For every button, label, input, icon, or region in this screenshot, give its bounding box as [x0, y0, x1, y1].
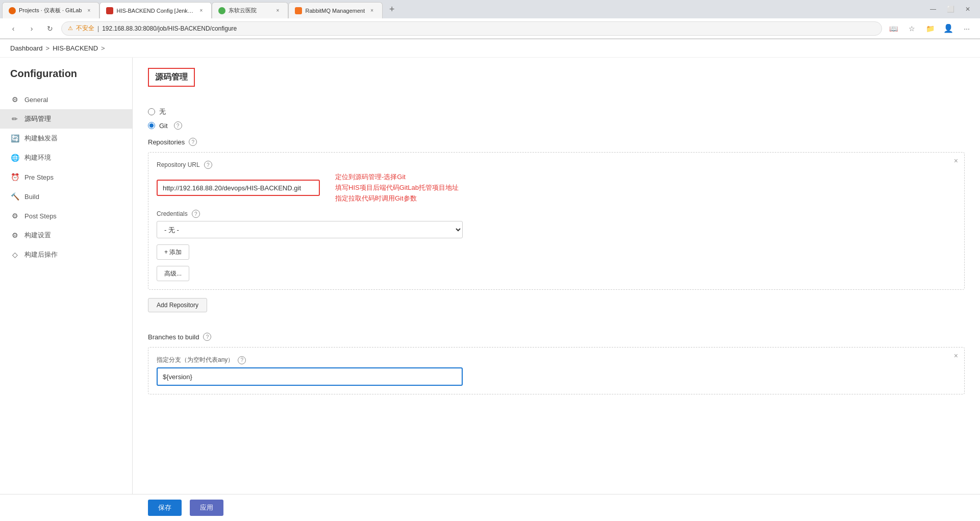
triggers-icon: 🔄 — [10, 134, 19, 143]
credentials-row: - 无 - — [157, 221, 956, 238]
hospital-favicon — [218, 7, 225, 14]
build-settings-icon: ⚙ — [10, 231, 19, 240]
breadcrumb-his-backend[interactable]: HIS-BACKEND — [53, 44, 98, 52]
forward-button[interactable]: › — [24, 21, 39, 36]
maximize-button[interactable]: ⬜ — [943, 2, 958, 16]
git-help-icon[interactable]: ? — [174, 121, 182, 130]
sidebar: Configuration ⚙ General ✏ 源码管理 🔄 构建触发器 🌐… — [0, 58, 133, 521]
branches-card: × 指定分支（为空时代表any） ? — [148, 347, 965, 394]
profile-button[interactable]: 👤 — [941, 21, 956, 36]
section-heading: 源码管理 — [148, 68, 195, 87]
sidebar-item-triggers[interactable]: 🔄 构建触发器 — [0, 129, 132, 148]
sidebar-item-post-build[interactable]: ◇ 构建后操作 — [0, 245, 132, 264]
tab-gitlab-title: Projects · 仪表板 · GitLab — [19, 7, 82, 14]
minimize-button[interactable]: — — [926, 2, 940, 16]
repo-url-field-row: Repository URL ? 定位到源码管理-选择Git 填写HIS项目后端… — [157, 161, 956, 204]
back-button[interactable]: ‹ — [6, 21, 20, 36]
advanced-row: 高级... — [157, 266, 956, 281]
repo-url-row: 定位到源码管理-选择Git 填写HIS项目后端代码GitLab托管项目地址 指定… — [157, 172, 956, 204]
sidebar-label-triggers: 构建触发器 — [24, 134, 58, 143]
credentials-field-row: Credentials ? - 无 - — [157, 210, 956, 238]
collections-button[interactable]: 📁 — [923, 21, 937, 36]
repo-url-input-wrap — [157, 180, 320, 196]
new-tab-button[interactable]: + — [385, 2, 399, 16]
branch-spec-input-wrap — [157, 367, 956, 386]
repository-card: × Repository URL ? 定位到源码管理-选择Git 填写HIS项目… — [148, 152, 965, 290]
tab-gitlab-close[interactable]: × — [85, 7, 93, 15]
sidebar-item-post-steps[interactable]: ⚙ Post Steps — [0, 206, 132, 226]
tab-jenkins-close[interactable]: × — [197, 7, 205, 15]
address-prefix: 不安全 — [76, 24, 94, 33]
source-icon: ✏ — [10, 114, 19, 123]
branch-card-close-button[interactable]: × — [954, 352, 958, 360]
favorites-button[interactable]: ☆ — [904, 21, 919, 36]
add-credentials-button[interactable]: + 添加 — [157, 244, 189, 260]
sidebar-item-build[interactable]: 🔨 Build — [0, 187, 132, 206]
radio-git-option[interactable]: Git ? — [148, 121, 965, 130]
annotation-text: 定位到源码管理-选择Git 填写HIS项目后端代码GitLab托管项目地址 指定… — [335, 172, 459, 204]
lock-icon: ⚠ — [68, 25, 73, 32]
sidebar-label-pre-steps: Pre Steps — [24, 173, 54, 181]
radio-group: 无 Git ? — [148, 107, 965, 130]
sidebar-item-env[interactable]: 🌐 构建环境 — [0, 148, 132, 167]
apply-button[interactable]: 应用 — [190, 500, 223, 516]
sidebar-item-build-settings[interactable]: ⚙ 构建设置 — [0, 226, 132, 245]
radio-none[interactable] — [148, 108, 155, 115]
env-icon: 🌐 — [10, 153, 19, 162]
breadcrumb: Dashboard > HIS-BACKEND > — [0, 39, 980, 58]
branches-help-icon[interactable]: ? — [203, 333, 211, 341]
sidebar-item-source[interactable]: ✏ 源码管理 — [0, 109, 132, 129]
build-icon: 🔨 — [10, 192, 19, 201]
tab-jenkins[interactable]: HIS-BACKEND Config [Jenkins] × — [99, 2, 212, 18]
sidebar-label-build-settings: 构建设置 — [24, 231, 51, 240]
repositories-help-icon[interactable]: ? — [189, 138, 197, 146]
credentials-label: Credentials ? — [157, 210, 956, 218]
address-bar[interactable]: ⚠ 不安全 | 192.168.88.30:8080/job/HIS-BACKE… — [61, 21, 882, 36]
add-repository-button[interactable]: Add Repository — [148, 298, 207, 312]
sidebar-item-general[interactable]: ⚙ General — [0, 90, 132, 109]
repo-url-label: Repository URL ? — [157, 161, 956, 169]
radio-git[interactable] — [148, 122, 155, 129]
branch-spec-input[interactable] — [157, 367, 463, 386]
close-window-button[interactable]: ✕ — [961, 2, 975, 16]
tab-gitlab[interactable]: Projects · 仪表板 · GitLab × — [2, 2, 99, 18]
page-content: Configuration ⚙ General ✏ 源码管理 🔄 构建触发器 🌐… — [0, 58, 980, 521]
branch-spec-help-icon[interactable]: ? — [238, 356, 246, 364]
reload-button[interactable]: ↻ — [43, 21, 57, 36]
tab-rabbitmq-title: RabbitMQ Management — [305, 8, 365, 14]
breadcrumb-dashboard[interactable]: Dashboard — [10, 44, 43, 52]
tab-bar: Projects · 仪表板 · GitLab × HIS-BACKEND Co… — [0, 0, 980, 18]
post-steps-icon: ⚙ — [10, 211, 19, 220]
tab-hospital-close[interactable]: × — [273, 7, 282, 15]
pre-steps-icon: ⏰ — [10, 172, 19, 182]
sidebar-label-general: General — [24, 96, 48, 104]
browser-toolbar: ‹ › ↻ ⚠ 不安全 | 192.168.88.30:8080/job/HIS… — [0, 18, 980, 39]
tab-jenkins-title: HIS-BACKEND Config [Jenkins] — [116, 8, 194, 14]
browser-chrome: Projects · 仪表板 · GitLab × HIS-BACKEND Co… — [0, 0, 980, 39]
radio-none-option[interactable]: 无 — [148, 107, 965, 116]
repo-url-input[interactable] — [157, 180, 320, 196]
rabbitmq-favicon — [295, 7, 302, 14]
breadcrumb-sep-2: > — [101, 44, 105, 52]
reader-button[interactable]: 📖 — [886, 21, 900, 36]
address-text: 192.168.88.30:8080/job/HIS-BACKEND/confi… — [102, 25, 237, 32]
gitlab-favicon — [9, 7, 16, 14]
tab-rabbitmq[interactable]: RabbitMQ Management × — [288, 2, 383, 18]
add-repository-section: Add Repository — [148, 298, 965, 322]
tab-rabbitmq-close[interactable]: × — [368, 7, 376, 15]
save-button[interactable]: 保存 — [148, 500, 182, 516]
sidebar-item-pre-steps[interactable]: ⏰ Pre Steps — [0, 167, 132, 187]
repo-url-help-icon[interactable]: ? — [204, 161, 212, 169]
branches-label: Branches to build ? — [148, 333, 965, 341]
bottom-bar: 保存 应用 — [0, 494, 980, 521]
credentials-select[interactable]: - 无 - — [157, 221, 463, 238]
tab-hospital[interactable]: 东软云医院 × — [212, 2, 288, 18]
credentials-help-icon[interactable]: ? — [192, 210, 200, 218]
advanced-button[interactable]: 高级... — [157, 266, 189, 281]
more-button[interactable]: ··· — [960, 21, 974, 36]
repo-card-close-button[interactable]: × — [954, 157, 958, 165]
add-credentials-row: + 添加 — [157, 244, 956, 260]
general-icon: ⚙ — [10, 95, 19, 104]
breadcrumb-sep-1: > — [46, 44, 50, 52]
jenkins-favicon — [106, 7, 113, 14]
